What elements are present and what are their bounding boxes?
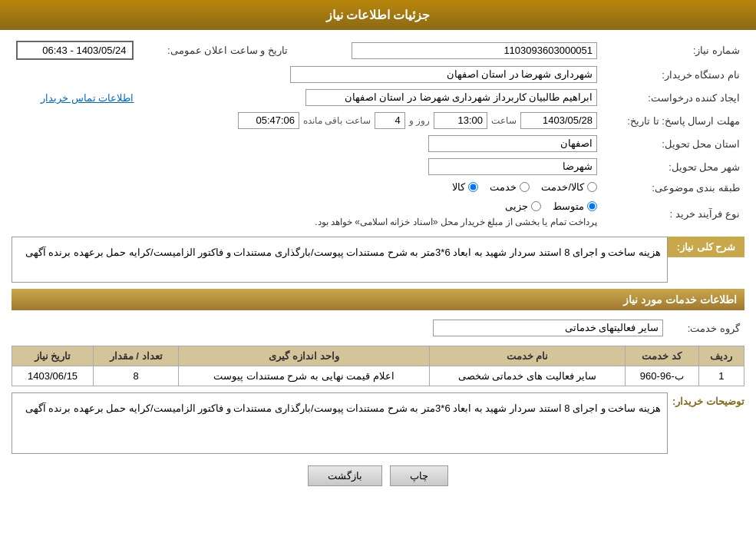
page-title: جزئیات اطلاعات نیاز	[326, 8, 431, 22]
province-value: اصفهان	[12, 132, 602, 155]
purchase-type-option-2[interactable]: متوسط	[553, 200, 597, 212]
col-code: کد خدمت	[626, 346, 698, 366]
contact-link[interactable]: اطلاعات تماس خریدار	[41, 92, 134, 104]
announce-value: 1403/05/24 - 06:43	[12, 38, 138, 63]
service-group-value: سایر فعالیتهای خدماتی	[12, 316, 668, 339]
buyer-org-label: نام دستگاه خریدار:	[602, 63, 744, 86]
deadline-days-input: 4	[375, 112, 405, 129]
cell-name: سایر فعالیت های خدماتی شخصی	[429, 366, 625, 386]
deadline-value-cell: 1403/05/28 ساعت 13:00 روز و 4 ساعت باقی …	[12, 109, 602, 132]
row-deadline: مهلت ارسال پاسخ: تا تاریخ: 1403/05/28 سا…	[12, 109, 744, 132]
main-content: شماره نیاز: 1103093603000051 تاریخ و ساع…	[0, 30, 756, 502]
deadline-remaining-input: 05:47:06	[238, 112, 299, 129]
row-buyer-org: نام دستگاه خریدار: شهرداری شهرضا در استا…	[12, 63, 744, 86]
purchase-type-label: نوع فرآیند خرید :	[602, 197, 744, 230]
province-input: اصفهان	[428, 135, 597, 152]
purchase-type-option-1[interactable]: جزیی	[505, 200, 541, 212]
creator-input: ابراهیم طالبیان کاربرداز شهرداری شهرضا د…	[305, 89, 597, 106]
buyer-description-label: توضیحات خریدار:	[668, 392, 744, 407]
contact-link-cell: اطلاعات تماس خریدار	[12, 86, 138, 109]
need-number-input: 1103093603000051	[352, 42, 597, 59]
category-radio-group: کالا/خدمت خدمت کالا	[452, 181, 597, 193]
row-need-number: شماره نیاز: 1103093603000051 تاریخ و ساع…	[12, 38, 744, 63]
cell-row: 1	[698, 366, 744, 386]
need-number-value: 1103093603000051	[303, 38, 602, 63]
table-row: 1 ب-96-960 سایر فعالیت های خدماتی شخصی ا…	[12, 366, 744, 386]
cell-code: ب-96-960	[626, 366, 698, 386]
deadline-time-input: 13:00	[434, 112, 487, 129]
deadline-row: 1403/05/28 ساعت 13:00 روز و 4 ساعت باقی …	[16, 112, 597, 129]
category-options-cell: کالا/خدمت خدمت کالا	[12, 178, 602, 197]
city-input: شهرضا	[428, 158, 597, 175]
purchase-type-cell: متوسط جزیی پرداخت تمام یا بخشی از مبلغ خ…	[12, 197, 602, 230]
deadline-date-input: 1403/05/28	[520, 112, 597, 129]
deadline-label: مهلت ارسال پاسخ: تا تاریخ:	[602, 109, 744, 132]
row-category: طبقه بندی موضوعی: کالا/خدمت خدمت کالا	[12, 178, 744, 197]
buyer-org-value: شهرداری شهرضا در استان اصفهان	[12, 63, 602, 86]
row-province: استان محل تحویل: اصفهان	[12, 132, 744, 155]
city-label: شهر محل تحویل:	[602, 155, 744, 178]
creator-value: ابراهیم طالبیان کاربرداز شهرداری شهرضا د…	[138, 86, 602, 109]
need-description-label: شرح کلی نیاز:	[668, 237, 744, 257]
city-value: شهرضا	[12, 155, 602, 178]
deadline-time-label: ساعت	[491, 115, 517, 126]
creator-label: ایجاد کننده درخواست:	[602, 86, 744, 109]
row-creator: ایجاد کننده درخواست: ابراهیم طالبیان کار…	[12, 86, 744, 109]
category-option-1[interactable]: کالا	[452, 181, 478, 193]
purchase-type-radio-group: متوسط جزیی	[505, 200, 597, 212]
back-button[interactable]: بازگشت	[308, 465, 382, 486]
category-option-2[interactable]: خدمت	[490, 181, 530, 193]
announce-label: تاریخ و ساعت اعلان عمومی:	[138, 38, 303, 63]
cell-qty: 8	[94, 366, 179, 386]
service-group-label: گروه خدمت:	[668, 316, 744, 339]
col-unit: واحد اندازه گیری	[179, 346, 430, 366]
col-name: نام خدمت	[429, 346, 625, 366]
info-table: شماره نیاز: 1103093603000051 تاریخ و ساع…	[12, 38, 744, 230]
deadline-remaining-label: ساعت باقی مانده	[303, 115, 371, 126]
col-date: تاریخ نیاز	[12, 346, 94, 366]
category-option-3[interactable]: کالا/خدمت	[541, 181, 597, 193]
col-row: ردیف	[698, 346, 744, 366]
service-group-row: گروه خدمت: سایر فعالیتهای خدماتی	[12, 316, 744, 339]
deadline-days-label: روز و	[409, 115, 430, 126]
print-button[interactable]: چاپ	[390, 465, 448, 486]
services-section-title: اطلاعات خدمات مورد نیاز	[12, 289, 744, 310]
cell-date: 1403/06/15	[12, 366, 94, 386]
need-number-label: شماره نیاز:	[602, 38, 744, 63]
services-table: ردیف کد خدمت نام خدمت واحد اندازه گیری ت…	[12, 346, 744, 386]
row-purchase-type: نوع فرآیند خرید : متوسط جزیی پرداخت تمام…	[12, 197, 744, 230]
page-container: جزئیات اطلاعات نیاز شماره نیاز: 11030936…	[0, 0, 756, 553]
province-label: استان محل تحویل:	[602, 132, 744, 155]
service-group-input: سایر فعالیتهای خدماتی	[433, 320, 663, 336]
need-description-text: هزینه ساخت و اجرای 8 استند سردار شهید به…	[12, 237, 668, 283]
row-city: شهر محل تحویل: شهرضا	[12, 155, 744, 178]
col-qty: تعداد / مقدار	[94, 346, 179, 366]
announce-date-box: 1403/05/24 - 06:43	[16, 41, 134, 60]
buttons-row: چاپ بازگشت	[12, 465, 744, 486]
category-label: طبقه بندی موضوعی:	[602, 178, 744, 197]
services-table-header: ردیف کد خدمت نام خدمت واحد اندازه گیری ت…	[12, 346, 744, 366]
buyer-description-text: هزینه ساخت و اجرای 8 استند سردار شهید به…	[12, 392, 668, 454]
service-group-table: گروه خدمت: سایر فعالیتهای خدماتی	[12, 316, 744, 339]
buyer-description-section: توضیحات خریدار: هزینه ساخت و اجرای 8 است…	[12, 392, 744, 454]
need-description-section: شرح کلی نیاز: هزینه ساخت و اجرای 8 استند…	[12, 237, 744, 283]
buyer-org-input: شهرداری شهرضا در استان اصفهان	[290, 66, 597, 83]
purchase-notice: پرداخت تمام یا بخشی از مبلغ خریدار محل «…	[16, 217, 597, 227]
page-header: جزئیات اطلاعات نیاز	[0, 0, 756, 30]
cell-unit: اعلام قیمت نهایی به شرح مستندات پیوست	[179, 366, 430, 386]
